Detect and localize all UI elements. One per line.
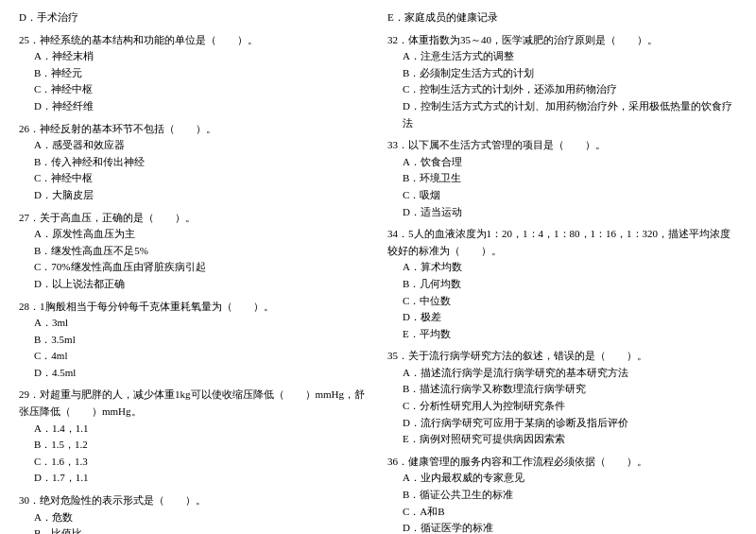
question-27: 27．关于高血压，正确的是（ ）。 A．原发性高血压为主 B．继发性高血压不足5… (19, 210, 369, 293)
q34-optB: B．几何均数 (403, 276, 737, 293)
q32-title: 32．体重指数为35～40，医学减肥的治疗原则是（ ）。 (387, 32, 737, 49)
q25-optC: C．神经中枢 (34, 81, 369, 98)
q30-options: A．危数 B．比值比 C．分分数 D．健康分值 E．健康危险度 (19, 509, 369, 534)
question-25: 25．神经系统的基本结构和功能的单位是（ ）。 A．神经末梢 B．神经元 C．神… (19, 32, 369, 115)
q29-optB: B．1.5，1.2 (34, 437, 369, 454)
q35-optC: C．分析性研究用人为控制研究条件 (403, 398, 737, 415)
q27-options: A．原发性高血压为主 B．继发性高血压不足5% C．70%继发性高血压由肾脏疾病… (19, 226, 369, 292)
q32-optB: B．必须制定生活方式的计划 (403, 65, 737, 82)
q26-optA: A．感受器和效应器 (34, 137, 369, 154)
q34-optA: A．算术均数 (403, 259, 737, 276)
q34-optE: E．平均数 (403, 326, 737, 343)
content-columns: D．手术治疗 25．神经系统的基本结构和功能的单位是（ ）。 A．神经末梢 B．… (19, 9, 737, 534)
question-32: 32．体重指数为35～40，医学减肥的治疗原则是（ ）。 A．注意生活方式的调整… (387, 32, 737, 132)
q34-optC: C．中位数 (403, 293, 737, 310)
q29-optD: D．1.7，1.1 (34, 470, 369, 487)
q28-options: A．3ml B．3.5ml C．4ml D．4.5ml (19, 315, 369, 381)
q35-optB: B．描述流行病学又称数理流行病学研究 (403, 381, 737, 398)
q29-optC: C．1.6，1.3 (34, 454, 369, 471)
q35-optA: A．描述流行病学是流行病学研究的基本研究方法 (403, 365, 737, 382)
q34-title: 34．5人的血液浓度为1：20，1：4，1：80，1：16，1：320，描述平均… (387, 226, 737, 259)
q32-optD: D．控制生活方式方式的计划、加用药物治疗外，采用极低热量的饮食疗法 (403, 98, 737, 131)
q36-optC: C．A和B (403, 504, 737, 521)
q25-optB: B．神经元 (34, 65, 369, 82)
q29-optA: A．1.4，1.1 (34, 421, 369, 438)
q36-optA: A．业内最权威的专家意见 (403, 470, 737, 487)
q36-optD: D．循证医学的标准 (403, 520, 737, 534)
q25-options: A．神经末梢 B．神经元 C．神经中枢 D．神经纤维 (19, 48, 369, 114)
q28-title: 28．1胸般相当于每分钟每千克体重耗氧量为（ ）。 (19, 299, 369, 316)
q33-optB: B．环境卫生 (403, 170, 737, 187)
right-column: E．家庭成员的健康记录 32．体重指数为35～40，医学减肥的治疗原则是（ ）。… (378, 9, 737, 534)
q26-optC: C．神经中枢 (34, 170, 369, 187)
q30-optB: B．比值比 (34, 525, 369, 534)
q35-optD: D．流行病学研究可应用于某病的诊断及指后评价 (403, 415, 737, 432)
q36-options: A．业内最权威的专家意见 B．循证公共卫生的标准 C．A和B D．循证医学的标准 (387, 470, 737, 534)
q26-options: A．感受器和效应器 B．传入神经和传出神经 C．神经中枢 D．大脑皮层 (19, 137, 369, 203)
question-34: 34．5人的血液浓度为1：20，1：4，1：80，1：16，1：320，描述平均… (387, 226, 737, 342)
q28-optC: C．4ml (34, 348, 369, 365)
question-prev-d: D．手术治疗 (19, 9, 369, 26)
q36-title: 36．健康管理的服务内容和工作流程必须依据（ ）。 (387, 454, 737, 471)
q34-options: A．算术均数 B．几何均数 C．中位数 D．极差 E．平均数 (387, 259, 737, 342)
q34-optD: D．极差 (403, 309, 737, 326)
q25-optD: D．神经纤维 (34, 98, 369, 115)
q26-optD: D．大脑皮层 (34, 187, 369, 204)
q30-optA: A．危数 (34, 509, 369, 526)
q28-optD: D．4.5ml (34, 365, 369, 382)
q32-options: A．注意生活方式的调整 B．必须制定生活方式的计划 C．控制生活方式的计划外，还… (387, 48, 737, 131)
q32-optC: C．控制生活方式的计划外，还添加用药物治疗 (403, 81, 737, 98)
q33-title: 33．以下属不生活方式管理的项目是（ ）。 (387, 137, 737, 154)
option-prev-d: D．手术治疗 (19, 9, 369, 26)
q35-title: 35．关于流行病学研究方法的叙述，错误的是（ ）。 (387, 348, 737, 365)
question-prev-e: E．家庭成员的健康记录 (387, 9, 737, 26)
question-35: 35．关于流行病学研究方法的叙述，错误的是（ ）。 A．描述流行病学是流行病学研… (387, 348, 737, 448)
question-36: 36．健康管理的服务内容和工作流程必须依据（ ）。 A．业内最权威的专家意见 B… (387, 454, 737, 534)
q25-title: 25．神经系统的基本结构和功能的单位是（ ）。 (19, 32, 369, 49)
q32-optA: A．注意生活方式的调整 (403, 48, 737, 65)
q36-optB: B．循证公共卫生的标准 (403, 487, 737, 504)
question-29: 29．对超重与肥胖的人，减少体重1kg可以使收缩压降低（ ）mmHg，舒张压降低… (19, 387, 369, 487)
q27-optD: D．以上说法都正确 (34, 276, 369, 293)
q25-optA: A．神经末梢 (34, 48, 369, 65)
q27-optC: C．70%继发性高血压由肾脏疾病引起 (34, 259, 369, 276)
q28-optB: B．3.5ml (34, 332, 369, 349)
q33-optC: C．吸烟 (403, 187, 737, 204)
question-26: 26．神经反射的基本环节不包括（ ）。 A．感受器和效应器 B．传入神经和传出神… (19, 121, 369, 204)
question-33: 33．以下属不生活方式管理的项目是（ ）。 A．饮食合理 B．环境卫生 C．吸烟… (387, 137, 737, 220)
exam-page: D．手术治疗 25．神经系统的基本结构和功能的单位是（ ）。 A．神经末梢 B．… (19, 9, 737, 534)
q28-optA: A．3ml (34, 315, 369, 332)
q35-options: A．描述流行病学是流行病学研究的基本研究方法 B．描述流行病学又称数理流行病学研… (387, 365, 737, 448)
question-30: 30．绝对危险性的表示形式是（ ）。 A．危数 B．比值比 C．分分数 D．健康… (19, 492, 369, 534)
q33-options: A．饮食合理 B．环境卫生 C．吸烟 D．适当运动 (387, 154, 737, 220)
q27-title: 27．关于高血压，正确的是（ ）。 (19, 210, 369, 227)
q33-optA: A．饮食合理 (403, 154, 737, 171)
q35-optE: E．病例对照研究可提供病因因索索 (403, 431, 737, 448)
q27-optA: A．原发性高血压为主 (34, 226, 369, 243)
q29-options: A．1.4，1.1 B．1.5，1.2 C．1.6，1.3 D．1.7，1.1 (19, 421, 369, 487)
left-column: D．手术治疗 25．神经系统的基本结构和功能的单位是（ ）。 A．神经末梢 B．… (19, 9, 378, 534)
q26-optB: B．传入神经和传出神经 (34, 154, 369, 171)
q26-title: 26．神经反射的基本环节不包括（ ）。 (19, 121, 369, 138)
question-28: 28．1胸般相当于每分钟每千克体重耗氧量为（ ）。 A．3ml B．3.5ml … (19, 299, 369, 382)
q29-title: 29．对超重与肥胖的人，减少体重1kg可以使收缩压降低（ ）mmHg，舒张压降低… (19, 387, 369, 420)
q30-title: 30．绝对危险性的表示形式是（ ）。 (19, 492, 369, 509)
q27-optB: B．继发性高血压不足5% (34, 243, 369, 260)
option-prev-e: E．家庭成员的健康记录 (387, 9, 737, 26)
q33-optD: D．适当运动 (403, 204, 737, 221)
